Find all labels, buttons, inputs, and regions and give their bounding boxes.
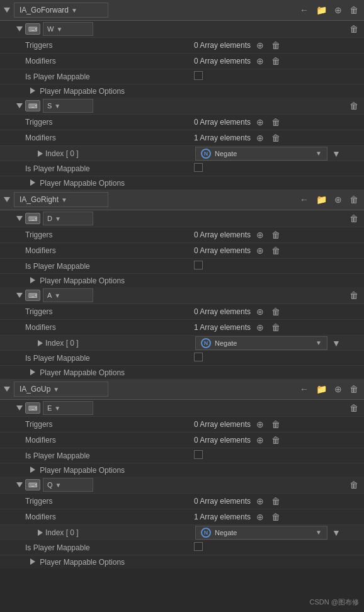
del-trigger-s[interactable]: 🗑 [270, 116, 282, 128]
expand-index-q[interactable] [38, 530, 43, 536]
folder-btn-0[interactable]: 📁 [314, 4, 329, 16]
player-mappable-d-value [189, 259, 364, 273]
player-mappable-q-checkbox[interactable] [194, 542, 203, 551]
player-mappable-w-checkbox[interactable] [194, 71, 203, 80]
add-modifier-a[interactable]: ⊕ [254, 322, 266, 333]
collapse-icon-goup[interactable] [4, 387, 10, 392]
collapse-e[interactable] [16, 405, 23, 411]
modifiers-a-value: 1 Array elements ⊕ 🗑 [189, 320, 364, 335]
collapse-d[interactable] [16, 216, 23, 221]
collapse-s[interactable] [16, 103, 23, 108]
expand-negate-s[interactable]: ▼ [330, 148, 343, 159]
triggers-e-row: Triggers 0 Array elements ⊕ 🗑 [0, 416, 364, 432]
delete-q-btn[interactable]: 🗑 [348, 479, 360, 490]
key-w-dropdown[interactable]: W ▼ [43, 22, 93, 36]
ia-goforward-dropdown[interactable]: IA_GoForward ▼ [14, 3, 108, 18]
dropdown-chevron-r: ▼ [61, 196, 67, 203]
add-trigger-w[interactable]: ⊕ [254, 40, 266, 51]
player-mappable-e-checkbox[interactable] [194, 450, 203, 459]
add-trigger-e[interactable]: ⊕ [254, 419, 266, 430]
add-trigger-q[interactable]: ⊕ [254, 496, 266, 507]
collapse-q[interactable] [16, 482, 23, 487]
ia-goup-dropdown[interactable]: IA_GoUp ▼ [14, 382, 108, 397]
expand-negate-q[interactable]: ▼ [330, 527, 343, 538]
key-q-dropdown[interactable]: Q ▼ [43, 478, 93, 492]
key-e-dropdown[interactable]: E ▼ [43, 401, 93, 415]
key-a-label: A [47, 292, 52, 299]
go-back-btn-r[interactable]: ← [298, 194, 310, 205]
triggers-e-value: 0 Array elements ⊕ 🗑 [189, 417, 364, 432]
add-btn-u[interactable]: ⊕ [333, 383, 344, 395]
player-mappable-w-row: Is Player Mappable [0, 69, 364, 84]
folder-btn-u[interactable]: 📁 [314, 383, 329, 395]
negate-s-dropdown[interactable]: N Negate ▼ [195, 147, 327, 161]
add-modifier-e[interactable]: ⊕ [254, 434, 266, 446]
delete-w-btn[interactable]: 🗑 [348, 23, 360, 35]
player-mappable-a-checkbox[interactable] [194, 353, 203, 361]
add-modifier-d[interactable]: ⊕ [254, 245, 266, 256]
key-s-label: S [47, 102, 52, 110]
delete-btn-0[interactable]: 🗑 [348, 4, 360, 16]
go-back-btn-0[interactable]: ← [298, 4, 310, 16]
add-modifier-w[interactable]: ⊕ [254, 55, 266, 67]
del-modifier-s[interactable]: 🗑 [270, 132, 282, 144]
collapse-w[interactable] [16, 26, 23, 31]
expand-opts-d[interactable] [30, 277, 35, 283]
add-trigger-a[interactable]: ⊕ [254, 306, 266, 317]
add-btn-0[interactable]: ⊕ [333, 4, 344, 16]
ia-goright-dropdown[interactable]: IA_GoRight ▼ [14, 192, 108, 207]
player-mappable-opts-q-label: Player Mappable Options [0, 556, 189, 569]
player-mappable-s-value [189, 161, 364, 176]
triggers-e-label: Triggers [0, 418, 189, 431]
key-s-dropdown[interactable]: S ▼ [43, 99, 93, 113]
delete-btn-u[interactable]: 🗑 [348, 383, 360, 395]
player-mappable-opts-a-value [189, 371, 364, 375]
dropdown-chevron-u: ▼ [53, 386, 59, 393]
del-modifier-a[interactable]: 🗑 [270, 322, 282, 333]
kbd-icon-a: ⌨ [25, 290, 40, 301]
delete-a-btn[interactable]: 🗑 [348, 290, 360, 301]
add-trigger-s[interactable]: ⊕ [254, 116, 266, 128]
del-trigger-w[interactable]: 🗑 [270, 40, 282, 51]
collapse-icon-goforward[interactable] [4, 8, 10, 13]
expand-index-s[interactable] [38, 150, 43, 157]
expand-index-a[interactable] [38, 340, 43, 346]
expand-negate-a[interactable]: ▼ [330, 337, 343, 349]
delete-d-btn[interactable]: 🗑 [348, 213, 360, 224]
expand-opts-w[interactable] [30, 88, 35, 94]
go-back-btn-u[interactable]: ← [298, 383, 310, 395]
add-trigger-d[interactable]: ⊕ [254, 229, 266, 241]
del-modifier-w[interactable]: 🗑 [270, 55, 282, 67]
collapse-a[interactable] [16, 293, 23, 298]
delete-btn-r[interactable]: 🗑 [348, 194, 360, 205]
key-a-dropdown[interactable]: A ▼ [43, 288, 93, 302]
del-trigger-q[interactable]: 🗑 [270, 496, 282, 507]
add-modifier-s[interactable]: ⊕ [254, 132, 266, 144]
del-modifier-q[interactable]: 🗑 [270, 511, 282, 523]
player-mappable-s-label: Is Player Mappable [0, 162, 189, 175]
expand-opts-e[interactable] [30, 467, 35, 473]
binding-a-row: ⌨ A ▼ 🗑 [0, 287, 364, 303]
expand-opts-s[interactable] [30, 179, 35, 186]
delete-e-btn[interactable]: 🗑 [348, 402, 360, 414]
del-modifier-e[interactable]: 🗑 [270, 434, 282, 446]
player-mappable-d-checkbox[interactable] [194, 261, 203, 269]
expand-opts-q[interactable] [30, 558, 35, 565]
player-mappable-w-value [189, 69, 364, 84]
negate-q-dropdown[interactable]: N Negate ▼ [195, 526, 327, 540]
add-modifier-q[interactable]: ⊕ [254, 511, 266, 523]
triggers-w-label: Triggers [0, 39, 189, 52]
add-btn-r[interactable]: ⊕ [333, 194, 344, 205]
del-modifier-d[interactable]: 🗑 [270, 245, 282, 256]
del-trigger-a[interactable]: 🗑 [270, 306, 282, 317]
modifiers-e-value: 0 Array elements ⊕ 🗑 [189, 433, 364, 448]
player-mappable-s-checkbox[interactable] [194, 163, 203, 172]
key-d-dropdown[interactable]: D ▼ [43, 212, 93, 225]
del-trigger-e[interactable]: 🗑 [270, 419, 282, 430]
expand-opts-a[interactable] [30, 369, 35, 375]
collapse-icon-goright[interactable] [4, 197, 10, 202]
negate-a-dropdown[interactable]: N Negate ▼ [195, 336, 327, 350]
delete-s-btn[interactable]: 🗑 [348, 100, 360, 111]
del-trigger-d[interactable]: 🗑 [270, 229, 282, 241]
folder-btn-r[interactable]: 📁 [314, 194, 329, 205]
